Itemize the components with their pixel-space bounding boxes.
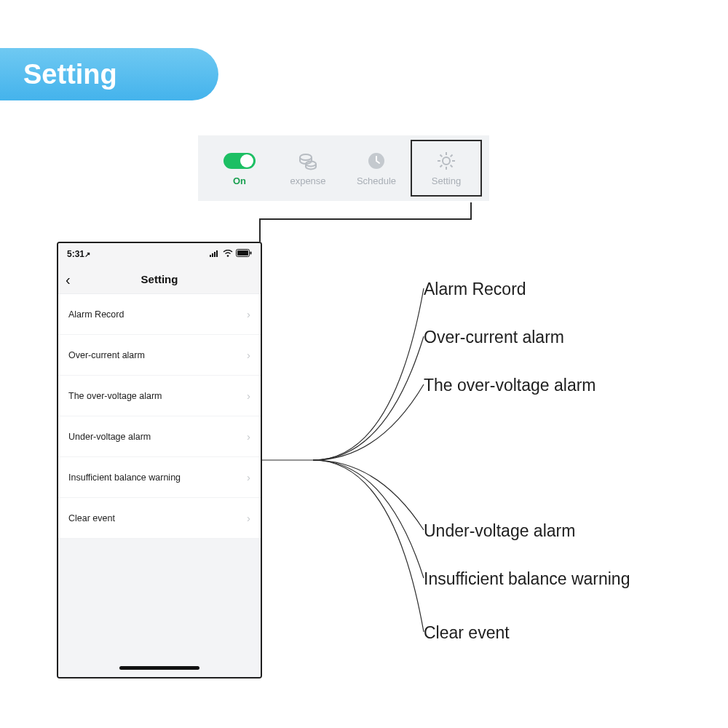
wifi-icon xyxy=(223,249,233,259)
callout-over-voltage: The over-voltage alarm xyxy=(424,376,596,395)
svg-rect-17 xyxy=(216,250,218,257)
home-indicator xyxy=(119,666,199,670)
connector-line xyxy=(259,218,261,242)
setting-row-over-voltage[interactable]: The over-voltage alarm › xyxy=(58,376,261,416)
setting-row-label: The over-voltage alarm xyxy=(68,391,162,401)
chevron-right-icon: › xyxy=(247,389,250,402)
callout-clear-event: Clear event xyxy=(424,623,510,643)
svg-point-18 xyxy=(227,255,229,257)
setting-row-over-current[interactable]: Over-current alarm › xyxy=(58,335,261,376)
chevron-right-icon: › xyxy=(247,430,250,443)
phone-status-bar: 5:31↗ xyxy=(58,243,261,265)
gear-icon xyxy=(436,151,456,171)
tab-on-label: On xyxy=(233,175,246,186)
coins-icon xyxy=(298,151,318,171)
phone-mockup: 5:31↗ ‹ Setting Alarm Record › Over-curr… xyxy=(57,242,262,678)
back-chevron-icon[interactable]: ‹ xyxy=(66,272,71,287)
svg-line-13 xyxy=(440,165,443,167)
callout-under-voltage: Under-voltage alarm xyxy=(424,521,575,541)
clock-icon xyxy=(366,151,387,171)
svg-rect-21 xyxy=(250,252,252,255)
cellular-icon xyxy=(210,249,220,259)
tab-schedule[interactable]: Schedule xyxy=(342,140,411,197)
status-indicators xyxy=(210,249,252,259)
status-time: 5:31↗ xyxy=(67,249,90,259)
svg-rect-14 xyxy=(210,255,211,257)
phone-settings-list: Alarm Record › Over-current alarm › The … xyxy=(58,294,261,539)
setting-row-alarm-record[interactable]: Alarm Record › xyxy=(58,294,261,335)
setting-row-under-voltage[interactable]: Under-voltage alarm › xyxy=(58,416,261,457)
setting-row-clear-event[interactable]: Clear event › xyxy=(58,498,261,539)
setting-row-label: Alarm Record xyxy=(68,309,124,320)
toggle-on-icon xyxy=(223,151,256,171)
svg-line-11 xyxy=(451,165,453,167)
svg-line-10 xyxy=(440,154,443,157)
svg-rect-15 xyxy=(212,253,213,257)
phone-empty-area xyxy=(58,539,261,677)
svg-rect-16 xyxy=(214,252,215,257)
page-heading-pill: Setting xyxy=(0,48,218,100)
setting-row-label: Clear event xyxy=(68,513,115,523)
tab-expense[interactable]: expense xyxy=(274,140,342,197)
chevron-right-icon: › xyxy=(247,349,250,361)
setting-row-insufficient-balance[interactable]: Insufficient balance warning › xyxy=(58,457,261,498)
chevron-right-icon: › xyxy=(247,471,250,483)
callout-over-current: Over-current alarm xyxy=(424,328,564,347)
connector-line xyxy=(259,218,472,220)
top-tab-bar: On expense Schedule xyxy=(198,135,489,201)
setting-row-label: Insufficient balance warning xyxy=(68,472,181,483)
svg-point-2 xyxy=(300,154,312,160)
phone-nav-title: Setting xyxy=(58,273,261,285)
tab-on[interactable]: On xyxy=(205,140,274,197)
callout-insufficient-balance: Insufficient balance warning xyxy=(424,569,630,589)
connector-line xyxy=(470,202,472,220)
setting-row-label: Over-current alarm xyxy=(68,350,145,360)
tab-setting-label: Setting xyxy=(432,175,461,186)
phone-nav-bar: ‹ Setting xyxy=(58,265,261,294)
tab-setting[interactable]: Setting xyxy=(411,140,482,197)
svg-point-1 xyxy=(240,154,253,167)
page-heading-text: Setting xyxy=(23,59,117,90)
battery-icon xyxy=(236,249,252,259)
fan-connectors xyxy=(262,242,422,693)
tab-schedule-label: Schedule xyxy=(357,175,396,186)
setting-row-label: Under-voltage alarm xyxy=(68,432,151,442)
tab-expense-label: expense xyxy=(290,175,325,186)
svg-line-12 xyxy=(451,154,453,157)
svg-point-5 xyxy=(443,157,450,165)
callout-alarm-record: Alarm Record xyxy=(424,280,526,299)
svg-rect-20 xyxy=(237,250,248,256)
chevron-right-icon: › xyxy=(247,308,250,320)
chevron-right-icon: › xyxy=(247,512,250,524)
